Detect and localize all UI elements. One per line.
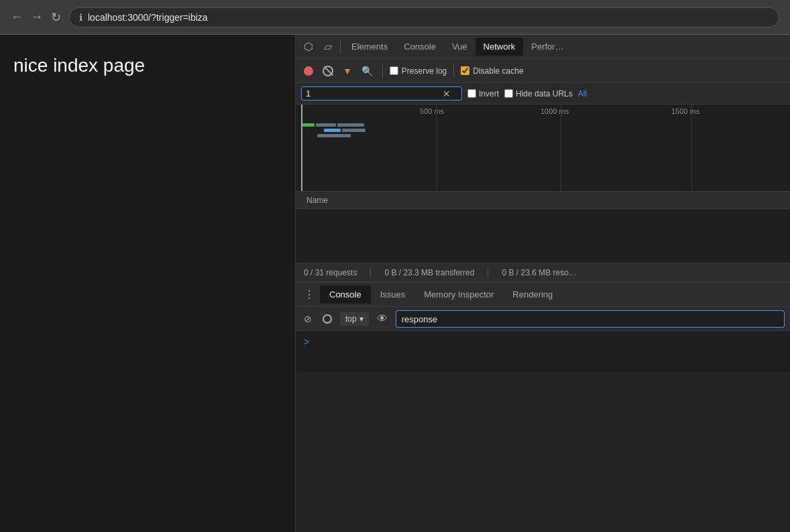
invert-checkbox[interactable] — [467, 89, 476, 98]
clear-button[interactable] — [320, 63, 336, 79]
bar-dark-4 — [317, 134, 351, 137]
filter-button[interactable]: ▼ — [340, 63, 355, 79]
bar-blue-1 — [324, 129, 341, 132]
browser-bar: ← → ↻ ℹ localhost:3000/?trigger=ibiza — [0, 0, 790, 35]
tab-console[interactable]: Console — [396, 38, 444, 56]
tab-issues[interactable]: Issues — [371, 285, 415, 304]
devtools-panel: ⬡ ▱ Elements Console Vue Network Perfor…… — [295, 35, 790, 532]
url-text: localhost:3000/?trigger=ibiza — [88, 12, 208, 23]
bar-dark-3 — [342, 129, 365, 132]
waterfall-row-1 — [302, 123, 365, 127]
tab-separator — [340, 40, 341, 54]
forward-button[interactable]: → — [31, 10, 43, 24]
timeline-mark-1500: 1500 ms — [671, 107, 699, 115]
more-tabs-button[interactable]: ⋮ — [298, 288, 320, 301]
status-bar: 0 / 31 requests 0 B / 23.3 MB transferre… — [296, 263, 790, 281]
waterfall-bars — [302, 123, 365, 137]
record-button[interactable] — [301, 64, 316, 78]
hide-urls-checkbox[interactable] — [504, 89, 513, 98]
filter-input[interactable] — [306, 88, 440, 98]
timeline-mark-500: 500 ms — [420, 107, 444, 115]
preserve-log-label[interactable]: Preserve log — [390, 66, 447, 76]
waterfall-row-3 — [302, 134, 365, 137]
back-button[interactable]: ← — [11, 10, 23, 24]
console-no-entry-button[interactable] — [320, 312, 335, 326]
console-input[interactable] — [402, 314, 779, 324]
console-toolbar: ⊘ top ▾ 👁 — [296, 307, 790, 331]
status-divider-2 — [488, 268, 488, 277]
tab-rendering[interactable]: Rendering — [503, 285, 562, 304]
bar-green-1 — [302, 123, 315, 127]
tab-network[interactable]: Network — [475, 38, 524, 56]
requests-status: 0 / 31 requests — [304, 268, 357, 277]
waterfall-row-2 — [302, 129, 365, 132]
console-clear-button[interactable]: ⊘ — [301, 311, 315, 327]
table-header: Name — [296, 192, 790, 209]
filter-bar: ✕ Invert Hide data URLs All — [296, 83, 790, 105]
clear-filter-button[interactable]: ✕ — [443, 89, 451, 98]
all-filter-link[interactable]: All — [578, 89, 587, 98]
toolbar-divider-2 — [453, 64, 454, 78]
search-button[interactable]: 🔍 — [359, 63, 376, 79]
bar-dark-2 — [337, 123, 364, 127]
tab-vue[interactable]: Vue — [444, 38, 475, 56]
toolbar-divider — [382, 64, 383, 78]
column-name: Name — [301, 196, 333, 205]
resources-status: 0 B / 23.6 MB reso… — [502, 268, 576, 277]
bottom-tabs: ⋮ Console Issues Memory Inspector Render… — [296, 283, 790, 307]
cursor-icon[interactable]: ⬡ — [298, 38, 319, 56]
no-entry-icon — [323, 314, 332, 324]
disable-cache-label[interactable]: Disable cache — [461, 66, 523, 76]
tab-performance[interactable]: Perfor… — [523, 38, 571, 56]
status-divider-1 — [370, 268, 371, 277]
context-selector[interactable]: top ▾ — [340, 312, 369, 326]
preserve-log-checkbox[interactable] — [390, 66, 398, 75]
timeline-line-500 — [437, 105, 437, 191]
timeline-area: 500 ms 1000 ms 1500 ms — [296, 105, 790, 192]
clear-console-icon: ⊘ — [304, 314, 312, 324]
invert-label[interactable]: Invert — [467, 89, 499, 98]
chevron-down-icon: ▾ — [359, 314, 363, 324]
console-body: > — [296, 331, 790, 371]
eye-icon-button[interactable]: 👁 — [374, 310, 390, 328]
timeline-cursor — [301, 105, 302, 191]
tab-elements[interactable]: Elements — [343, 38, 396, 56]
requests-body — [296, 209, 790, 263]
timeline-line-1500 — [691, 105, 692, 191]
hide-urls-label[interactable]: Hide data URLs — [504, 89, 573, 98]
transferred-status: 0 B / 23.3 MB transferred — [384, 268, 474, 277]
network-toolbar: ▼ 🔍 Preserve log Disable cache — [296, 59, 790, 83]
page-title: nice index page — [13, 55, 145, 76]
timeline-mark-1000: 1000 ms — [541, 107, 569, 115]
disable-cache-checkbox[interactable] — [461, 66, 469, 75]
info-icon: ℹ — [79, 12, 82, 23]
record-icon — [304, 66, 313, 76]
no-entry-icon — [323, 66, 333, 76]
address-bar[interactable]: ℹ localhost:3000/?trigger=ibiza — [69, 7, 779, 27]
console-prompt: > — [304, 336, 309, 347]
tab-memory-inspector[interactable]: Memory Inspector — [414, 285, 503, 304]
tab-console-bottom[interactable]: Console — [320, 285, 371, 304]
console-input-wrap — [396, 310, 785, 328]
bar-dark-1 — [316, 123, 336, 127]
page-area: nice index page — [0, 35, 295, 532]
timeline-line-1000 — [561, 105, 561, 191]
main-layout: nice index page ⬡ ▱ Elements Console Vue… — [0, 35, 790, 532]
devtools-tabs: ⬡ ▱ Elements Console Vue Network Perfor… — [296, 35, 790, 59]
bottom-panel: ⋮ Console Issues Memory Inspector Render… — [296, 281, 790, 371]
device-icon[interactable]: ▱ — [319, 38, 337, 56]
reload-button[interactable]: ↻ — [51, 10, 61, 25]
filter-input-wrap: ✕ — [301, 86, 462, 101]
